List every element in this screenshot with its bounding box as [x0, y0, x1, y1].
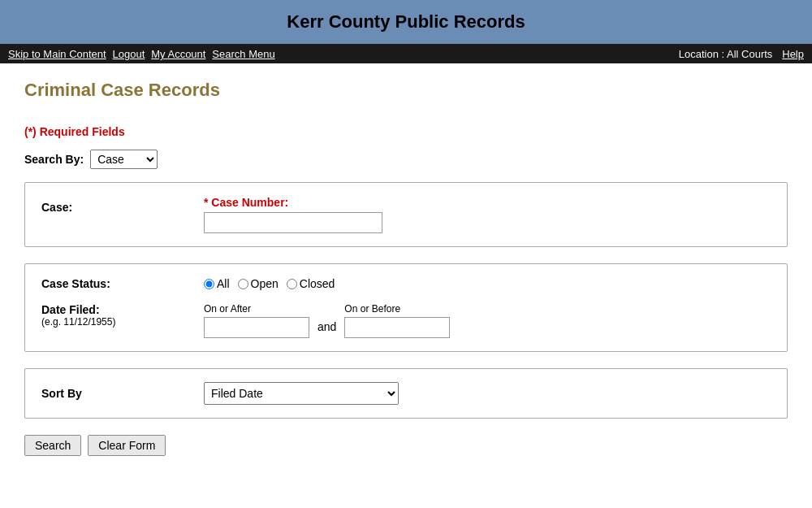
date-filed-label: Date Filed: — [41, 303, 204, 316]
case-status-label: Case Status: — [41, 277, 204, 290]
case-number-label: * Case Number: — [204, 196, 382, 209]
case-number-input[interactable] — [204, 212, 382, 233]
date-filed-row: Date Filed: (e.g. 11/12/1955) On or Afte… — [41, 303, 771, 338]
search-button[interactable]: Search — [24, 435, 81, 456]
case-status-row: Case Status: All Open Closed — [41, 277, 771, 290]
status-all-label[interactable]: All — [204, 277, 230, 290]
status-all-radio[interactable] — [204, 279, 214, 289]
skip-main-content-link[interactable]: Skip to Main Content — [8, 48, 106, 60]
date-filed-hint: (e.g. 11/12/1955) — [41, 316, 204, 328]
site-title: Kerr County Public Records — [0, 11, 812, 33]
case-number-section: Case: * Case Number: — [24, 182, 788, 247]
button-row: Search Clear Form — [24, 435, 788, 456]
main-content: Criminal Case Records (*) Required Field… — [0, 63, 812, 472]
sort-by-select[interactable]: Filed Date Case Number Defendant Name St… — [204, 382, 399, 405]
header: Kerr County Public Records — [0, 0, 812, 44]
date-filed-label-col: Date Filed: (e.g. 11/12/1955) — [41, 303, 204, 328]
and-label: and — [309, 320, 344, 338]
search-menu-link[interactable]: Search Menu — [212, 48, 274, 60]
status-closed-label[interactable]: Closed — [287, 277, 335, 290]
status-closed-radio[interactable] — [287, 279, 297, 289]
my-account-link[interactable]: My Account — [151, 48, 205, 60]
nav-left: Skip to Main Content Logout My Account S… — [8, 47, 279, 60]
search-by-label: Search By: — [24, 153, 84, 166]
case-label: Case: — [41, 196, 204, 214]
status-open-text: Open — [251, 277, 279, 290]
page-title: Criminal Case Records — [24, 80, 788, 101]
sort-by-section: Sort By Filed Date Case Number Defendant… — [24, 368, 788, 419]
on-or-before-col: On or Before — [344, 303, 450, 338]
status-all-text: All — [217, 277, 230, 290]
on-or-after-label: On or After — [204, 303, 309, 315]
nav-right: Location : All Courts Help — [679, 47, 804, 60]
navbar: Skip to Main Content Logout My Account S… — [0, 44, 812, 63]
clear-form-button[interactable]: Clear Form — [88, 435, 166, 456]
required-fields-label: (*) Required Fields — [24, 125, 788, 138]
on-or-before-input[interactable] — [344, 317, 450, 338]
search-by-select[interactable]: Case Name Citation Attorney — [90, 150, 158, 169]
date-cols: On or After and On or Before — [204, 303, 450, 338]
search-by-row: Search By: Case Name Citation Attorney — [24, 150, 788, 169]
logout-link[interactable]: Logout — [113, 48, 145, 60]
on-or-after-col: On or After — [204, 303, 309, 338]
status-closed-text: Closed — [300, 277, 335, 290]
on-or-after-input[interactable] — [204, 317, 309, 338]
status-radio-group: All Open Closed — [204, 277, 335, 290]
sort-by-row: Sort By Filed Date Case Number Defendant… — [41, 382, 771, 405]
status-open-label[interactable]: Open — [238, 277, 279, 290]
case-status-section: Case Status: All Open Closed Date File — [24, 263, 788, 352]
case-row: Case: * Case Number: — [41, 196, 771, 233]
status-open-radio[interactable] — [238, 279, 248, 289]
help-link[interactable]: Help — [782, 48, 804, 60]
location-text: Location : All Courts — [679, 48, 773, 60]
sort-by-label: Sort By — [41, 387, 204, 400]
on-or-before-label: On or Before — [344, 303, 450, 315]
case-number-col: * Case Number: — [204, 196, 382, 233]
